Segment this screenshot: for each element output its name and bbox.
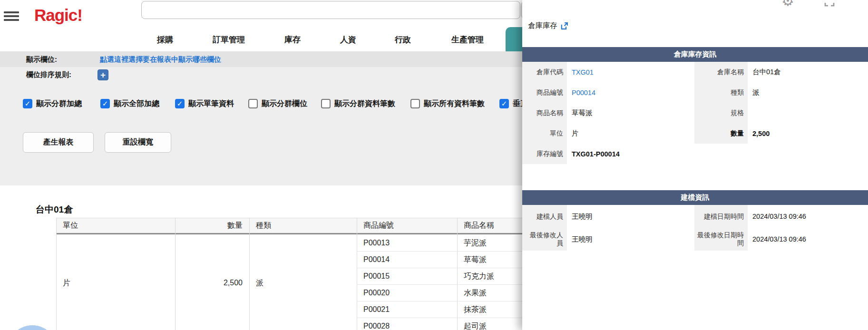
generate-report-button[interactable]: 產生報表 xyxy=(23,132,94,153)
search-input[interactable] xyxy=(141,1,520,19)
checkbox-icon[interactable] xyxy=(321,99,331,108)
checkbox-show-group-field[interactable]: 顯示分群欄位 xyxy=(248,97,307,110)
report-table: 單位 數量 種類 商品編號 商品名稱 片 2,500 派 P00013 芋泥派 … xyxy=(56,218,522,330)
sort-rule-label: 欄位排序規則: xyxy=(26,70,71,79)
checkbox-show-group-count[interactable]: 顯示分群資料筆數 xyxy=(321,97,395,110)
record-info-fields: 建檔人員 王曉明 建檔日期時間 2024/03/13 09:46 最後修改人員 … xyxy=(522,205,868,251)
floating-help-bubble[interactable] xyxy=(8,325,57,330)
ragic-logo[interactable]: Ragic! xyxy=(34,6,82,25)
column-header-product-id[interactable]: 商品編號 xyxy=(363,218,394,233)
checkbox-show-grand-total[interactable]: 顯示全部加總 xyxy=(100,97,159,110)
hamburger-menu-icon[interactable] xyxy=(4,11,20,22)
field-value: 草莓派 xyxy=(567,103,694,123)
field-label: 最後修改日期時間 xyxy=(694,228,748,251)
field-value: 台中01倉 xyxy=(748,62,868,82)
checkbox-label: 顯示分群加總 xyxy=(36,99,82,109)
tab-inventory[interactable]: 庫存 xyxy=(284,34,301,45)
field-label: 最後修改人員 xyxy=(522,228,567,251)
field-value: 王曉明 xyxy=(567,205,694,228)
checkbox-icon[interactable] xyxy=(248,99,258,108)
display-fields-label: 顯示欄位: xyxy=(26,55,57,64)
checkbox-icon[interactable] xyxy=(410,99,420,108)
fullscreen-icon[interactable] xyxy=(824,0,835,7)
field-value: 2024/03/13 09:46 xyxy=(748,205,868,228)
field-label: 種類 xyxy=(694,82,748,103)
column-header-quantity[interactable]: 數量 xyxy=(175,218,243,233)
tab-administration[interactable]: 行政 xyxy=(395,34,411,45)
cell-product-name[interactable]: 水果派 xyxy=(464,284,487,301)
table-header-row xyxy=(56,218,522,234)
field-label: 規格 xyxy=(694,103,748,123)
field-label: 建檔人員 xyxy=(522,205,567,228)
checkbox-label: 顯示分群資料筆數 xyxy=(334,99,395,109)
field-label: 倉庫代碼 xyxy=(522,62,567,82)
product-id-link[interactable]: P00014 xyxy=(567,82,694,103)
column-header-unit[interactable]: 單位 xyxy=(63,218,78,233)
section-header-inventory-info: 倉庫庫存資訊 xyxy=(522,47,868,62)
cell-product-id[interactable]: P00020 xyxy=(363,284,390,301)
cell-product-id[interactable]: P00014 xyxy=(363,251,390,268)
field-label: 商品名稱 xyxy=(522,103,567,123)
add-sort-rule-button[interactable] xyxy=(98,69,108,80)
cell-product-id[interactable]: P00015 xyxy=(363,268,390,284)
cell-product-name[interactable]: 草莓派 xyxy=(464,251,487,268)
reset-column-width-button[interactable]: 重設欄寬 xyxy=(105,132,171,153)
field-label: 建檔日期時間 xyxy=(694,205,748,228)
tab-hr[interactable]: 人資 xyxy=(340,34,356,45)
field-value-inventory-id: TXG01-P00014 xyxy=(567,144,868,164)
checkbox-icon[interactable] xyxy=(499,99,509,108)
field-value: 2024/03/13 09:46 xyxy=(748,228,868,251)
field-value: 片 xyxy=(567,123,694,144)
field-value-quantity: 2,500 xyxy=(748,123,868,144)
checkbox-icon[interactable] xyxy=(23,99,32,108)
checkbox-label: 顯示全部加總 xyxy=(114,99,159,109)
cell-product-name[interactable]: 巧克力派 xyxy=(464,268,494,284)
group-category-cell[interactable]: 派 xyxy=(256,236,263,330)
ragic-report-page: Ragic! 採購 訂單管理 庫存 人資 行政 生產管理 顯示欄位: 點選這裡選… xyxy=(0,0,868,330)
gear-icon[interactable]: ⚙ xyxy=(781,0,794,8)
checkbox-icon[interactable] xyxy=(175,99,185,108)
cell-product-name[interactable]: 芋泥派 xyxy=(464,234,487,251)
panel-title: 倉庫庫存 xyxy=(528,21,557,31)
cell-product-id[interactable]: P00013 xyxy=(363,234,390,251)
field-value: 王曉明 xyxy=(567,228,694,251)
checkbox-show-all-count[interactable]: 顯示所有資料筆數 xyxy=(410,97,485,110)
cell-product-name[interactable]: 抹茶派 xyxy=(464,301,487,318)
column-header-category[interactable]: 種類 xyxy=(256,218,271,233)
field-label: 商品編號 xyxy=(522,82,567,103)
checkbox-icon[interactable] xyxy=(100,99,110,108)
tab-purchasing[interactable]: 採購 xyxy=(157,34,173,45)
column-header-product-name[interactable]: 商品名稱 xyxy=(464,218,494,233)
cell-product-id[interactable]: P00021 xyxy=(363,301,390,318)
group-quantity-cell[interactable]: 2,500 xyxy=(175,236,243,330)
checkbox-label: 顯示所有資料筆數 xyxy=(424,99,485,109)
checkbox-show-single-records[interactable]: 顯示單筆資料 xyxy=(175,97,234,110)
field-label: 數量 xyxy=(694,123,748,144)
record-detail-panel: ⚙ 倉庫庫存 倉庫庫存資訊 倉庫代碼 TXG01 倉庫名稱 台中01倉 商品編號… xyxy=(522,0,868,330)
field-label: 倉庫名稱 xyxy=(694,62,748,82)
tab-order-management[interactable]: 訂單管理 xyxy=(213,34,245,45)
external-link-icon[interactable] xyxy=(560,22,568,30)
section-header-record-info: 建檔資訊 xyxy=(522,190,868,205)
cell-product-name[interactable]: 起司派 xyxy=(464,318,487,330)
field-label: 庫存編號 xyxy=(522,144,567,164)
checkbox-label: 顯示單筆資料 xyxy=(188,99,234,109)
cell-product-id[interactable]: P00028 xyxy=(363,318,390,330)
checkbox-show-group-subtotal[interactable]: 顯示分群加總 xyxy=(23,97,82,110)
field-value xyxy=(748,103,868,123)
checkbox-label: 顯示分群欄位 xyxy=(262,99,307,109)
group-title: 台中01倉 xyxy=(36,204,73,216)
field-label: 單位 xyxy=(522,123,567,144)
tab-production[interactable]: 生產管理 xyxy=(451,34,484,45)
group-unit-cell[interactable]: 片 xyxy=(63,236,70,330)
inventory-info-fields: 倉庫代碼 TXG01 倉庫名稱 台中01倉 商品編號 P00014 種類 派 商… xyxy=(522,62,868,164)
field-value: 派 xyxy=(748,82,868,103)
choose-fields-link[interactable]: 點選這裡選擇要在報表中顯示哪些欄位 xyxy=(100,55,221,64)
warehouse-code-link[interactable]: TXG01 xyxy=(567,62,694,82)
